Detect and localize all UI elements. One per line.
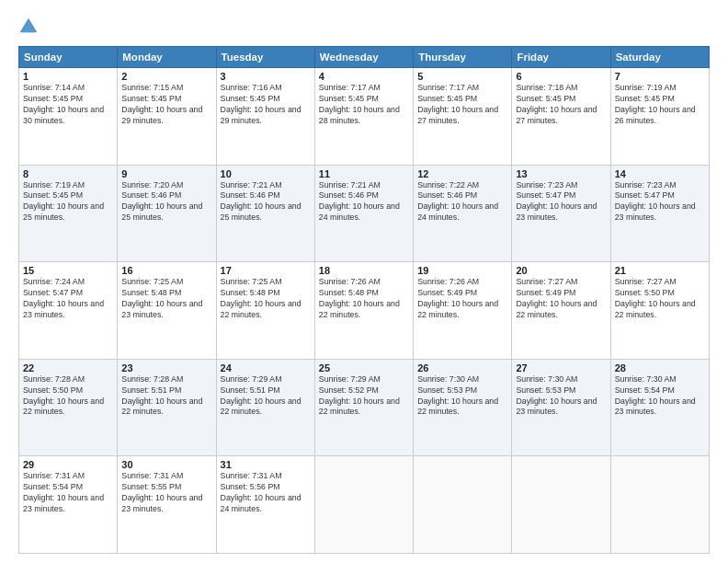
day-info: Sunrise: 7:27 AMSunset: 5:49 PMDaylight:… bbox=[516, 277, 606, 321]
day-info: Sunrise: 7:22 AMSunset: 5:46 PMDaylight:… bbox=[417, 180, 507, 224]
day-number: 6 bbox=[516, 71, 606, 82]
day-info: Sunrise: 7:31 AMSunset: 5:54 PMDaylight:… bbox=[23, 471, 113, 515]
day-info: Sunrise: 7:23 AMSunset: 5:47 PMDaylight:… bbox=[516, 180, 606, 224]
logo-icon bbox=[18, 17, 39, 37]
day-cell-2: 2Sunrise: 7:15 AMSunset: 5:45 PMDaylight… bbox=[118, 68, 216, 166]
day-cell-25: 25Sunrise: 7:29 AMSunset: 5:52 PMDayligh… bbox=[314, 359, 413, 456]
day-cell-22: 22Sunrise: 7:28 AMSunset: 5:50 PMDayligh… bbox=[19, 359, 118, 456]
day-number: 24 bbox=[221, 362, 311, 373]
day-info: Sunrise: 7:18 AMSunset: 5:45 PMDaylight:… bbox=[516, 83, 606, 127]
day-info: Sunrise: 7:17 AMSunset: 5:45 PMDaylight:… bbox=[319, 83, 409, 127]
day-info: Sunrise: 7:19 AMSunset: 5:45 PMDaylight:… bbox=[615, 83, 705, 127]
weekday-saturday: Saturday bbox=[610, 47, 709, 68]
weekday-wednesday: Wednesday bbox=[314, 47, 413, 68]
weekday-monday: Monday bbox=[118, 47, 216, 68]
day-cell-29: 29Sunrise: 7:31 AMSunset: 5:54 PMDayligh… bbox=[19, 456, 118, 554]
weekday-tuesday: Tuesday bbox=[216, 47, 314, 68]
day-cell-12: 12Sunrise: 7:22 AMSunset: 5:46 PMDayligh… bbox=[414, 165, 512, 262]
week-row-3: 15Sunrise: 7:24 AMSunset: 5:47 PMDayligh… bbox=[19, 262, 710, 360]
day-info: Sunrise: 7:23 AMSunset: 5:47 PMDaylight:… bbox=[615, 180, 705, 224]
day-info: Sunrise: 7:29 AMSunset: 5:51 PMDaylight:… bbox=[221, 374, 311, 419]
day-number: 16 bbox=[121, 265, 211, 276]
day-info: Sunrise: 7:17 AMSunset: 5:45 PMDaylight:… bbox=[417, 83, 507, 127]
day-info: Sunrise: 7:16 AMSunset: 5:45 PMDaylight:… bbox=[221, 83, 311, 127]
day-cell-6: 6Sunrise: 7:18 AMSunset: 5:45 PMDaylight… bbox=[512, 68, 610, 166]
day-info: Sunrise: 7:25 AMSunset: 5:48 PMDaylight:… bbox=[221, 277, 311, 321]
weekday-thursday: Thursday bbox=[414, 47, 512, 68]
logo bbox=[18, 17, 42, 37]
day-number: 23 bbox=[121, 362, 211, 373]
day-info: Sunrise: 7:21 AMSunset: 5:46 PMDaylight:… bbox=[319, 180, 409, 224]
day-info: Sunrise: 7:29 AMSunset: 5:52 PMDaylight:… bbox=[319, 374, 409, 419]
day-number: 17 bbox=[221, 265, 311, 276]
day-number: 13 bbox=[516, 168, 606, 179]
day-number: 18 bbox=[319, 265, 409, 276]
day-info: Sunrise: 7:14 AMSunset: 5:45 PMDaylight:… bbox=[23, 83, 113, 127]
day-cell-19: 19Sunrise: 7:26 AMSunset: 5:49 PMDayligh… bbox=[414, 262, 512, 360]
day-number: 2 bbox=[121, 71, 211, 82]
day-info: Sunrise: 7:25 AMSunset: 5:48 PMDaylight:… bbox=[121, 277, 211, 321]
page-header bbox=[18, 17, 710, 37]
day-number: 27 bbox=[516, 362, 606, 373]
day-number: 7 bbox=[615, 71, 705, 82]
day-info: Sunrise: 7:30 AMSunset: 5:53 PMDaylight:… bbox=[516, 374, 606, 419]
day-cell-9: 9Sunrise: 7:20 AMSunset: 5:46 PMDaylight… bbox=[118, 165, 216, 262]
day-number: 12 bbox=[417, 168, 507, 179]
day-number: 14 bbox=[615, 168, 705, 179]
day-info: Sunrise: 7:31 AMSunset: 5:56 PMDaylight:… bbox=[221, 471, 311, 515]
day-info: Sunrise: 7:27 AMSunset: 5:50 PMDaylight:… bbox=[615, 277, 705, 321]
day-number: 19 bbox=[417, 265, 507, 276]
empty-cell bbox=[512, 456, 610, 554]
day-cell-28: 28Sunrise: 7:30 AMSunset: 5:54 PMDayligh… bbox=[610, 359, 709, 456]
day-number: 21 bbox=[615, 265, 705, 276]
day-number: 26 bbox=[417, 362, 507, 373]
day-number: 22 bbox=[23, 362, 113, 373]
day-number: 9 bbox=[121, 168, 211, 179]
weekday-header-row: SundayMondayTuesdayWednesdayThursdayFrid… bbox=[19, 47, 710, 68]
day-cell-4: 4Sunrise: 7:17 AMSunset: 5:45 PMDaylight… bbox=[314, 68, 413, 166]
day-info: Sunrise: 7:20 AMSunset: 5:46 PMDaylight:… bbox=[121, 180, 211, 224]
day-number: 11 bbox=[319, 168, 409, 179]
day-info: Sunrise: 7:21 AMSunset: 5:46 PMDaylight:… bbox=[221, 180, 311, 224]
day-info: Sunrise: 7:30 AMSunset: 5:54 PMDaylight:… bbox=[615, 374, 705, 419]
day-cell-21: 21Sunrise: 7:27 AMSunset: 5:50 PMDayligh… bbox=[610, 262, 709, 360]
day-cell-26: 26Sunrise: 7:30 AMSunset: 5:53 PMDayligh… bbox=[414, 359, 512, 456]
day-cell-18: 18Sunrise: 7:26 AMSunset: 5:48 PMDayligh… bbox=[314, 262, 413, 360]
empty-cell bbox=[414, 456, 512, 554]
day-cell-24: 24Sunrise: 7:29 AMSunset: 5:51 PMDayligh… bbox=[216, 359, 314, 456]
day-number: 8 bbox=[23, 168, 113, 179]
day-cell-16: 16Sunrise: 7:25 AMSunset: 5:48 PMDayligh… bbox=[118, 262, 216, 360]
day-cell-3: 3Sunrise: 7:16 AMSunset: 5:45 PMDaylight… bbox=[216, 68, 314, 166]
day-number: 15 bbox=[23, 265, 113, 276]
day-info: Sunrise: 7:28 AMSunset: 5:51 PMDaylight:… bbox=[121, 374, 211, 419]
day-number: 29 bbox=[23, 459, 113, 470]
week-row-4: 22Sunrise: 7:28 AMSunset: 5:50 PMDayligh… bbox=[19, 359, 710, 456]
day-cell-7: 7Sunrise: 7:19 AMSunset: 5:45 PMDaylight… bbox=[610, 68, 709, 166]
day-number: 30 bbox=[121, 459, 211, 470]
week-row-2: 8Sunrise: 7:19 AMSunset: 5:45 PMDaylight… bbox=[19, 165, 710, 262]
day-cell-31: 31Sunrise: 7:31 AMSunset: 5:56 PMDayligh… bbox=[216, 456, 314, 554]
day-number: 5 bbox=[417, 71, 507, 82]
weekday-sunday: Sunday bbox=[19, 47, 118, 68]
day-cell-1: 1Sunrise: 7:14 AMSunset: 5:45 PMDaylight… bbox=[19, 68, 118, 166]
day-number: 28 bbox=[615, 362, 705, 373]
week-row-5: 29Sunrise: 7:31 AMSunset: 5:54 PMDayligh… bbox=[19, 456, 710, 554]
day-number: 20 bbox=[516, 265, 606, 276]
day-number: 10 bbox=[221, 168, 311, 179]
day-info: Sunrise: 7:15 AMSunset: 5:45 PMDaylight:… bbox=[121, 83, 211, 127]
day-cell-13: 13Sunrise: 7:23 AMSunset: 5:47 PMDayligh… bbox=[512, 165, 610, 262]
week-row-1: 1Sunrise: 7:14 AMSunset: 5:45 PMDaylight… bbox=[19, 68, 710, 166]
day-number: 31 bbox=[221, 459, 311, 470]
day-cell-23: 23Sunrise: 7:28 AMSunset: 5:51 PMDayligh… bbox=[118, 359, 216, 456]
day-cell-27: 27Sunrise: 7:30 AMSunset: 5:53 PMDayligh… bbox=[512, 359, 610, 456]
day-info: Sunrise: 7:24 AMSunset: 5:47 PMDaylight:… bbox=[23, 277, 113, 321]
empty-cell bbox=[314, 456, 413, 554]
day-cell-8: 8Sunrise: 7:19 AMSunset: 5:45 PMDaylight… bbox=[19, 165, 118, 262]
day-info: Sunrise: 7:26 AMSunset: 5:49 PMDaylight:… bbox=[417, 277, 507, 321]
day-cell-14: 14Sunrise: 7:23 AMSunset: 5:47 PMDayligh… bbox=[610, 165, 709, 262]
day-number: 25 bbox=[319, 362, 409, 373]
empty-cell bbox=[610, 456, 709, 554]
day-cell-20: 20Sunrise: 7:27 AMSunset: 5:49 PMDayligh… bbox=[512, 262, 610, 360]
day-info: Sunrise: 7:19 AMSunset: 5:45 PMDaylight:… bbox=[23, 180, 113, 224]
day-cell-30: 30Sunrise: 7:31 AMSunset: 5:55 PMDayligh… bbox=[118, 456, 216, 554]
